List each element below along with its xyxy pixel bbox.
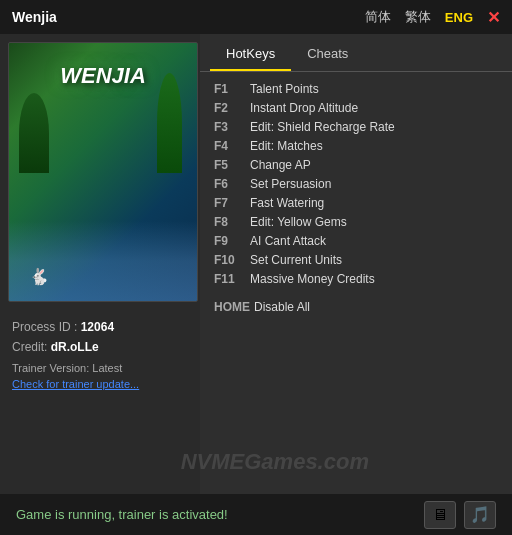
hotkey-key: F3 bbox=[214, 120, 250, 134]
status-text: Game is running, trainer is activated! bbox=[16, 507, 228, 522]
app-title: Wenjia bbox=[12, 9, 57, 25]
title-controls: 简体 繁体 ENG ✕ bbox=[365, 8, 500, 27]
hotkey-key: F9 bbox=[214, 234, 250, 248]
hotkey-row: F9AI Cant Attack bbox=[214, 234, 498, 248]
tabs: HotKeys Cheats bbox=[200, 38, 512, 72]
lang-traditional[interactable]: 繁体 bbox=[405, 8, 431, 26]
main-area: WENJIA 🐇 Process ID : 12064 Credit: dR.o… bbox=[0, 34, 512, 494]
tab-hotkeys[interactable]: HotKeys bbox=[210, 38, 291, 71]
hotkey-key: F2 bbox=[214, 101, 250, 115]
rabbit-decor: 🐇 bbox=[29, 267, 49, 286]
hotkey-row: F7Fast Watering bbox=[214, 196, 498, 210]
home-key: HOME bbox=[214, 300, 250, 314]
status-bar: Game is running, trainer is activated! 🖥… bbox=[0, 494, 512, 535]
hotkey-key: F7 bbox=[214, 196, 250, 210]
hotkey-key: F8 bbox=[214, 215, 250, 229]
trainer-version: Trainer Version: Latest bbox=[12, 362, 188, 374]
hotkey-description: Edit: Matches bbox=[250, 139, 323, 153]
tab-cheats[interactable]: Cheats bbox=[291, 38, 364, 71]
waterfall-decor bbox=[9, 221, 197, 301]
hotkey-description: Edit: Shield Recharge Rate bbox=[250, 120, 395, 134]
update-link[interactable]: Check for trainer update... bbox=[12, 378, 139, 390]
hotkey-key: F1 bbox=[214, 82, 250, 96]
hotkey-row: F10Set Current Units bbox=[214, 253, 498, 267]
hotkey-row: F11Massive Money Credits bbox=[214, 272, 498, 286]
credit-line: Credit: dR.oLLe bbox=[12, 340, 188, 354]
tree-decor-right bbox=[157, 73, 182, 173]
hotkey-row: F2Instant Drop Altitude bbox=[214, 101, 498, 115]
hotkey-description: Change AP bbox=[250, 158, 311, 172]
right-panel: HotKeys Cheats F1Talent PointsF2Instant … bbox=[200, 34, 512, 494]
hotkeys-list: F1Talent PointsF2Instant Drop AltitudeF3… bbox=[200, 72, 512, 494]
process-id-label: Process ID : bbox=[12, 320, 81, 334]
home-description: Disable All bbox=[254, 300, 310, 314]
process-id-value: 12064 bbox=[81, 320, 114, 334]
title-bar: Wenjia 简体 繁体 ENG ✕ bbox=[0, 0, 512, 34]
hotkey-description: Edit: Yellow Gems bbox=[250, 215, 347, 229]
hotkey-row: F3Edit: Shield Recharge Rate bbox=[214, 120, 498, 134]
music-icon-button[interactable]: 🎵 bbox=[464, 501, 496, 529]
lang-simplified[interactable]: 简体 bbox=[365, 8, 391, 26]
hotkey-description: Set Persuasion bbox=[250, 177, 331, 191]
info-panel: Process ID : 12064 Credit: dR.oLLe Train… bbox=[0, 310, 200, 494]
status-icons: 🖥 🎵 bbox=[424, 501, 496, 529]
hotkey-row: F8Edit: Yellow Gems bbox=[214, 215, 498, 229]
lang-english[interactable]: ENG bbox=[445, 10, 473, 25]
hotkey-row: F5Change AP bbox=[214, 158, 498, 172]
credit-label: Credit: bbox=[12, 340, 47, 354]
game-image: WENJIA 🐇 bbox=[8, 42, 198, 302]
hotkey-description: Talent Points bbox=[250, 82, 319, 96]
hotkey-row: F4Edit: Matches bbox=[214, 139, 498, 153]
left-panel: WENJIA 🐇 Process ID : 12064 Credit: dR.o… bbox=[0, 34, 200, 494]
hotkey-description: AI Cant Attack bbox=[250, 234, 326, 248]
hotkey-key: F5 bbox=[214, 158, 250, 172]
game-logo: WENJIA bbox=[60, 63, 146, 89]
hotkey-row: F1Talent Points bbox=[214, 82, 498, 96]
hotkey-description: Set Current Units bbox=[250, 253, 342, 267]
home-action-row: HOME Disable All bbox=[214, 300, 498, 314]
process-id-line: Process ID : 12064 bbox=[12, 320, 188, 334]
hotkey-key: F11 bbox=[214, 272, 250, 286]
hotkey-key: F10 bbox=[214, 253, 250, 267]
hotkey-description: Instant Drop Altitude bbox=[250, 101, 358, 115]
monitor-icon-button[interactable]: 🖥 bbox=[424, 501, 456, 529]
hotkey-key: F4 bbox=[214, 139, 250, 153]
close-button[interactable]: ✕ bbox=[487, 8, 500, 27]
credit-value: dR.oLLe bbox=[51, 340, 99, 354]
hotkey-row: F6Set Persuasion bbox=[214, 177, 498, 191]
hotkey-description: Massive Money Credits bbox=[250, 272, 375, 286]
hotkey-key: F6 bbox=[214, 177, 250, 191]
hotkey-description: Fast Watering bbox=[250, 196, 324, 210]
tree-decor-left bbox=[19, 93, 49, 173]
